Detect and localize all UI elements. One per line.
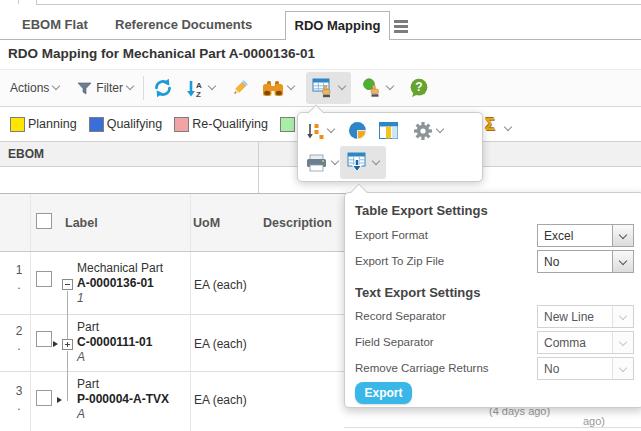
legend-swatch-4	[280, 117, 295, 132]
columns-button[interactable]	[379, 122, 398, 139]
legend-label-requalifying: Re-Qualifying	[192, 117, 268, 131]
filter-button[interactable]: Filter	[77, 81, 133, 96]
chevron-down-icon	[327, 125, 335, 133]
export-menu-button[interactable]	[306, 72, 351, 104]
chevron-down-icon	[338, 82, 346, 90]
tree-arrow-icon	[53, 341, 58, 347]
sigma-icon: Σ	[485, 115, 495, 134]
chevron-down-icon	[52, 82, 60, 90]
remove-carriage-returns-label: Remove Carriage Returns	[355, 362, 489, 374]
chevron-down-icon	[372, 156, 380, 164]
field-separator-label: Field Separator	[355, 336, 434, 348]
part-revision: A	[77, 350, 152, 365]
actions-button[interactable]: Actions	[10, 81, 59, 95]
remove-carriage-returns-select: No	[537, 357, 634, 380]
select-dropdown-button	[612, 332, 633, 353]
field-separator-value: Comma	[538, 332, 612, 353]
divider	[18, 0, 19, 4]
chevron-down-icon	[331, 157, 339, 165]
chevron-down-icon	[436, 125, 444, 133]
uom-cell: EA (each)	[194, 337, 247, 351]
row-checkbox[interactable]	[36, 331, 52, 347]
pick-related-button[interactable]	[361, 78, 393, 98]
part-number: C-0000111-01	[77, 335, 152, 350]
actions-label: Actions	[10, 81, 49, 95]
chevron-down-icon	[619, 363, 627, 371]
column-divider	[30, 315, 31, 371]
sort-order-button[interactable]	[306, 122, 334, 140]
hand-pick-icon	[361, 78, 383, 98]
column-header-uom[interactable]: UoM	[193, 216, 220, 230]
filter-label: Filter	[96, 81, 123, 95]
export-button[interactable]: Export	[355, 382, 412, 404]
sort-az-icon: A Z	[186, 79, 205, 98]
chart-button[interactable]	[348, 121, 367, 140]
select-dropdown-button[interactable]	[612, 251, 633, 272]
part-revision: A	[77, 407, 169, 422]
chevron-down-icon	[619, 311, 627, 319]
export-settings-popup: Table Export Settings Export Format Exce…	[344, 192, 641, 408]
column-divider	[190, 252, 191, 314]
export-format-value: Excel	[538, 225, 612, 246]
part-type: Mechanical Part	[77, 261, 163, 276]
chevron-down-icon	[619, 256, 627, 264]
svg-text:Z: Z	[196, 90, 201, 98]
part-number: A-0000136-01	[77, 276, 163, 291]
part-cell: Mechanical Part A-0000136-01 1	[77, 261, 163, 306]
chevron-down-icon	[208, 82, 216, 90]
binoculars-icon	[262, 80, 284, 97]
tab-ebom-flat[interactable]: EBOM Flat	[22, 17, 88, 32]
export-format-select[interactable]: Excel	[537, 224, 634, 247]
text-export-settings-heading: Text Export Settings	[355, 285, 480, 300]
chevron-down-icon	[386, 82, 394, 90]
column-divider	[190, 194, 191, 251]
refresh-button[interactable]	[153, 78, 173, 98]
row-checkbox[interactable]	[36, 271, 52, 287]
row-divider	[344, 427, 641, 428]
settings-button[interactable]	[413, 121, 443, 141]
rdo-mapping-window: EBOM Flat Reference Documents RDO Mappin…	[0, 0, 641, 431]
uom-cell: EA (each)	[194, 278, 247, 292]
refresh-icon	[153, 78, 173, 98]
pane-divider	[258, 141, 259, 193]
tree-connector	[67, 351, 68, 401]
export-zip-value: No	[538, 251, 612, 272]
row-checkbox[interactable]	[36, 390, 52, 406]
select-all-checkbox[interactable]	[36, 213, 52, 229]
funnel-icon	[77, 81, 93, 96]
clipped-cell-text: ago)	[583, 415, 605, 427]
select-dropdown-button	[612, 358, 633, 379]
search-button[interactable]	[262, 80, 294, 97]
tab-overflow-menu-icon[interactable]	[394, 20, 408, 35]
tab-reference-documents[interactable]: Reference Documents	[115, 17, 252, 32]
pencil-icon	[230, 79, 249, 98]
main-toolbar: Actions Filter	[0, 69, 641, 107]
export-zip-select[interactable]: No	[537, 250, 634, 273]
row-number: 2.	[10, 324, 28, 354]
sum-menu-button[interactable]: Σ	[485, 115, 495, 135]
svg-text:?: ?	[415, 80, 422, 94]
printer-icon	[306, 154, 328, 172]
column-header-description[interactable]: Description	[263, 216, 332, 230]
gear-icon	[413, 121, 433, 141]
column-header-label[interactable]: Label	[65, 216, 98, 230]
column-divider	[30, 372, 31, 431]
sort-button[interactable]: A Z	[186, 79, 215, 98]
help-button[interactable]: ?	[409, 78, 429, 98]
tree-collapse-toggle[interactable]	[62, 279, 73, 290]
tab-rdo-mapping[interactable]: RDO Mapping	[285, 11, 390, 40]
select-dropdown-button[interactable]	[612, 225, 633, 246]
pie-chart-icon	[348, 121, 367, 140]
export-settings-button[interactable]	[340, 146, 386, 179]
record-separator-value: New Line	[538, 306, 612, 327]
grid-tools-popup	[297, 112, 483, 182]
edit-button[interactable]	[230, 79, 249, 98]
legend-swatch-qualifying	[89, 117, 104, 132]
row-number: 1.	[10, 263, 28, 293]
part-type: Part	[77, 377, 169, 392]
print-button[interactable]	[306, 154, 338, 172]
tree-expand-toggle[interactable]	[62, 339, 73, 350]
select-dropdown-button	[612, 306, 633, 327]
table-export-settings-heading: Table Export Settings	[355, 203, 488, 218]
record-separator-select: New Line	[537, 305, 634, 328]
